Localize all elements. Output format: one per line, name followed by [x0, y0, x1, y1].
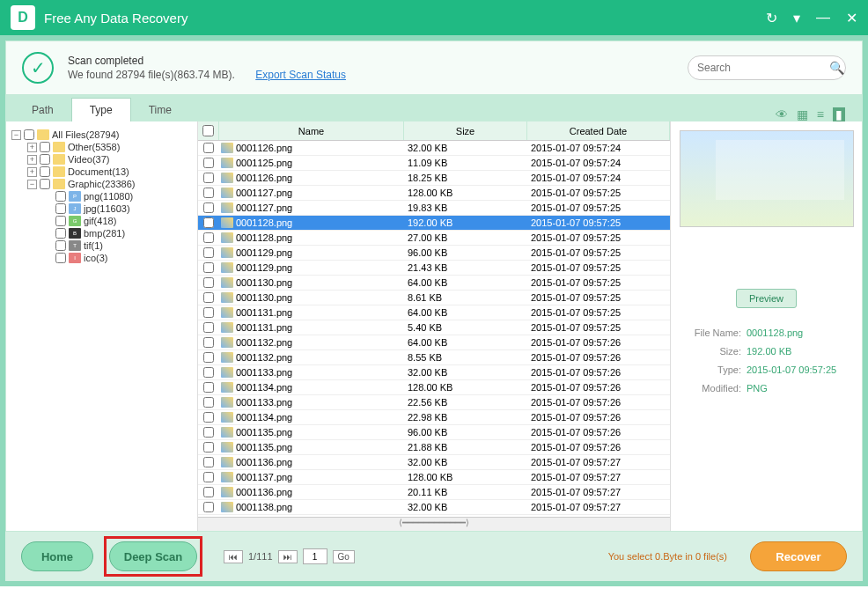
- row-checkbox[interactable]: [203, 143, 214, 153]
- file-name: 0001138.png: [236, 502, 292, 512]
- image-icon: [221, 322, 233, 333]
- export-link[interactable]: Export Scan Status: [255, 69, 346, 81]
- table-row[interactable]: 0001133.png22.56 KB2015-01-07 09:57:26: [198, 395, 670, 410]
- recover-button[interactable]: Recover: [750, 541, 847, 571]
- col-name[interactable]: Name: [219, 121, 404, 140]
- table-row[interactable]: 0001135.png21.88 KB2015-01-07 09:57:26: [198, 440, 670, 455]
- col-date[interactable]: Created Date: [527, 121, 670, 140]
- eye-icon[interactable]: 👁: [776, 107, 788, 121]
- table-row[interactable]: 0001129.png96.00 KB2015-01-07 09:57:25: [198, 246, 670, 261]
- tree-ico[interactable]: Iico(3): [11, 252, 192, 264]
- table-row[interactable]: 0001130.png64.00 KB2015-01-07 09:57:25: [198, 276, 670, 291]
- pager-go[interactable]: Go: [333, 550, 355, 563]
- minimize-icon[interactable]: —: [816, 10, 830, 26]
- table-row[interactable]: 0001130.png8.61 KB2015-01-07 09:57:25: [198, 291, 670, 305]
- table-row[interactable]: 0001137.png128.00 KB2015-01-07 09:57:27: [198, 470, 670, 485]
- tree-other[interactable]: +Other(5358): [11, 141, 192, 153]
- row-checkbox[interactable]: [203, 487, 214, 497]
- row-checkbox[interactable]: [203, 427, 214, 438]
- horizontal-scrollbar[interactable]: ⟨━━━━━━━━━━━━⟩: [198, 517, 670, 531]
- tree-document[interactable]: +Document(13): [11, 166, 192, 178]
- row-checkbox[interactable]: [203, 262, 214, 273]
- row-checkbox[interactable]: [203, 367, 214, 378]
- file-name: 0001137.png: [236, 472, 292, 482]
- tree-bmp[interactable]: Bbmp(281): [11, 227, 192, 239]
- image-icon: [221, 367, 233, 378]
- table-row[interactable]: 0001125.png11.09 KB2015-01-07 09:57:24: [198, 156, 670, 171]
- image-icon: [221, 277, 233, 288]
- file-name: 0001136.png: [236, 457, 292, 467]
- row-checkbox[interactable]: [203, 307, 214, 318]
- preview-button[interactable]: Preview: [736, 289, 797, 308]
- search-input[interactable]: [697, 62, 829, 74]
- detail-icon[interactable]: ▮: [833, 107, 845, 121]
- search-box[interactable]: 🔍: [688, 55, 846, 80]
- row-checkbox[interactable]: [203, 188, 214, 198]
- table-row[interactable]: 0001128.png192.00 KB2015-01-07 09:57:25: [198, 216, 670, 231]
- row-checkbox[interactable]: [203, 412, 214, 423]
- file-size: 21.88 KB: [404, 442, 527, 453]
- deep-scan-button[interactable]: Deep Scan: [109, 541, 197, 571]
- row-checkbox[interactable]: [203, 202, 214, 213]
- tree-graphic[interactable]: −Graphic(23386): [11, 178, 192, 190]
- search-icon[interactable]: 🔍: [829, 61, 844, 75]
- row-checkbox[interactable]: [203, 158, 214, 168]
- tab-type[interactable]: Type: [71, 98, 131, 121]
- tab-path[interactable]: Path: [14, 99, 71, 121]
- table-row[interactable]: 0001133.png32.00 KB2015-01-07 09:57:26: [198, 365, 670, 380]
- row-checkbox[interactable]: [203, 277, 214, 288]
- table-row[interactable]: 0001132.png8.55 KB2015-01-07 09:57:26: [198, 350, 670, 365]
- table-row[interactable]: 0001127.png128.00 KB2015-01-07 09:57:25: [198, 186, 670, 201]
- row-checkbox[interactable]: [203, 217, 214, 228]
- row-checkbox[interactable]: [203, 292, 214, 303]
- pager-first[interactable]: ⏮: [224, 550, 243, 563]
- table-row[interactable]: 0001138.png32.00 KB2015-01-07 09:57:27: [198, 500, 670, 515]
- row-checkbox[interactable]: [203, 173, 214, 183]
- table-row[interactable]: 0001126.png32.00 KB2015-01-07 09:57:24: [198, 141, 670, 156]
- row-checkbox[interactable]: [203, 337, 214, 348]
- table-row[interactable]: 0001136.png32.00 KB2015-01-07 09:57:27: [198, 455, 670, 470]
- tree-root[interactable]: −All Files(28794): [11, 129, 192, 141]
- dropdown-icon[interactable]: ▾: [793, 10, 800, 26]
- row-checkbox[interactable]: [203, 247, 214, 258]
- tree-tif[interactable]: Ttif(1): [11, 239, 192, 252]
- table-row[interactable]: 0001132.png64.00 KB2015-01-07 09:57:26: [198, 335, 670, 350]
- file-date: 2015-01-07 09:57:26: [527, 427, 670, 438]
- row-checkbox[interactable]: [203, 442, 214, 453]
- row-checkbox[interactable]: [203, 457, 214, 467]
- row-checkbox[interactable]: [203, 382, 214, 393]
- table-row[interactable]: 0001126.png18.25 KB2015-01-07 09:57:24: [198, 171, 670, 186]
- file-size: 18.25 KB: [404, 173, 527, 183]
- row-checkbox[interactable]: [203, 232, 214, 243]
- table-row[interactable]: 0001135.png96.00 KB2015-01-07 09:57:26: [198, 425, 670, 440]
- history-icon[interactable]: ↻: [766, 10, 777, 26]
- tree-video[interactable]: +Video(37): [11, 153, 192, 166]
- table-row[interactable]: 0001134.png128.00 KB2015-01-07 09:57:26: [198, 380, 670, 395]
- table-row[interactable]: 0001127.png19.83 KB2015-01-07 09:57:25: [198, 201, 670, 216]
- table-row[interactable]: 0001134.png22.98 KB2015-01-07 09:57:26: [198, 410, 670, 425]
- tab-time[interactable]: Time: [131, 99, 189, 121]
- table-row[interactable]: 0001128.png27.00 KB2015-01-07 09:57:25: [198, 231, 670, 246]
- row-checkbox[interactable]: [203, 397, 214, 408]
- table-row[interactable]: 0001131.png5.40 KB2015-01-07 09:57:25: [198, 320, 670, 335]
- list-icon[interactable]: ≡: [817, 107, 824, 121]
- pager-input[interactable]: [303, 548, 327, 564]
- close-icon[interactable]: ✕: [846, 10, 857, 26]
- row-checkbox[interactable]: [203, 322, 214, 333]
- image-icon: [221, 188, 233, 198]
- tree-gif[interactable]: Ggif(418): [11, 215, 192, 227]
- home-button[interactable]: Home: [21, 541, 93, 571]
- table-row[interactable]: 0001129.png21.43 KB2015-01-07 09:57:25: [198, 261, 670, 276]
- tree-png[interactable]: Ppng(11080): [11, 190, 192, 202]
- col-size[interactable]: Size: [404, 121, 527, 140]
- tree-jpg[interactable]: Jjpg(11603): [11, 202, 192, 215]
- row-checkbox[interactable]: [203, 352, 214, 363]
- pager-last[interactable]: ⏭: [278, 550, 298, 563]
- select-all-checkbox[interactable]: [202, 125, 214, 136]
- row-checkbox[interactable]: [203, 502, 214, 512]
- table-row[interactable]: 0001136.png20.11 KB2015-01-07 09:57:27: [198, 485, 670, 500]
- row-checkbox[interactable]: [203, 472, 214, 482]
- file-list[interactable]: 0001126.png32.00 KB2015-01-07 09:57:2400…: [198, 141, 670, 517]
- grid-icon[interactable]: ▦: [797, 107, 808, 121]
- table-row[interactable]: 0001131.png64.00 KB2015-01-07 09:57:25: [198, 305, 670, 320]
